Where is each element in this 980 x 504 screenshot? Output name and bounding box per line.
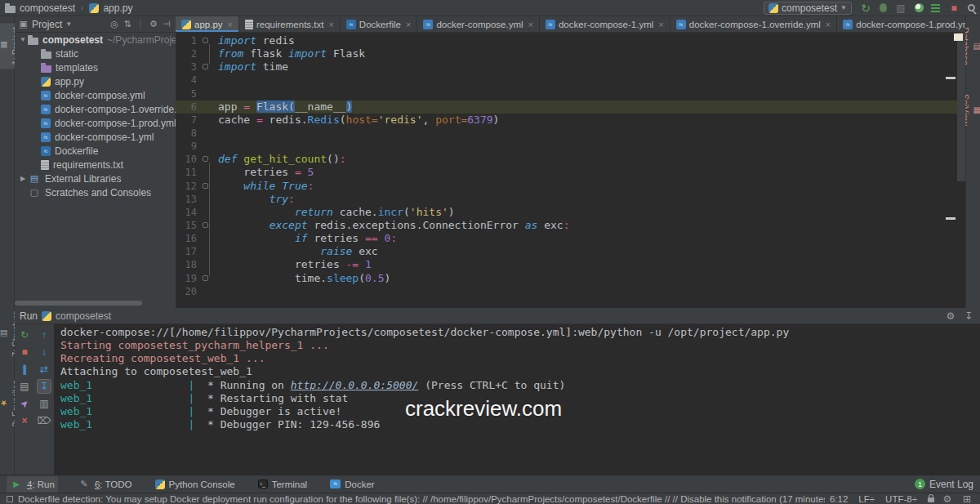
show-console-icon[interactable]: ▤ — [17, 379, 32, 394]
editor-tab-docker-compose-1.override.yml[interactable]: docker-compose-1.override.yml× — [670, 16, 838, 32]
line-number[interactable]: 19 — [176, 272, 200, 285]
editor-tab-docker-compose-1.yml[interactable]: docker-compose-1.yml× — [540, 16, 670, 32]
line-number[interactable]: 18 — [176, 258, 200, 271]
tree-item[interactable]: templates — [15, 60, 176, 74]
tool-window-button-PythonConsole[interactable]: Python Console — [152, 478, 238, 491]
reader-mode-icon[interactable]: ⊞ — [960, 493, 973, 504]
code-line[interactable]: 18 retries -= 1 — [176, 258, 965, 271]
strip-tab-7Structure[interactable]: ▤7: Structure — [0, 306, 15, 361]
code-line[interactable]: 11 retries = 5 — [176, 166, 965, 179]
line-number[interactable]: 4 — [176, 74, 200, 87]
line-number[interactable]: 8 — [176, 127, 200, 140]
notification-icon[interactable] — [7, 496, 13, 502]
close-icon[interactable]: × — [17, 413, 32, 428]
tool-window-button-Run[interactable]: 4: Run — [7, 476, 58, 493]
editor-tab-requirements.txt[interactable]: requirements.txt× — [239, 16, 341, 32]
editor-tab-docker-compose.yml[interactable]: docker-compose.yml× — [417, 16, 540, 32]
fold-marker-icon[interactable] — [203, 156, 208, 162]
chevron-down-icon[interactable]: ▼ — [65, 20, 72, 28]
hide-icon[interactable]: ⊣ — [161, 18, 172, 31]
tab-close-icon[interactable]: × — [406, 20, 411, 29]
tool-window-button-Terminal[interactable]: Terminal — [255, 478, 310, 491]
chevron-right-icon[interactable]: ▶ — [18, 175, 28, 182]
stop-icon[interactable]: ■ — [947, 2, 960, 15]
line-separator-widget[interactable]: LF÷ — [858, 494, 875, 504]
code-line[interactable]: 16 if retries == 0: — [176, 232, 965, 245]
editor-tab-app.py[interactable]: app.py× — [176, 16, 239, 32]
status-message[interactable]: Dockerfile detection: You may setup Dock… — [18, 494, 825, 504]
print-icon[interactable]: ▥ — [37, 396, 51, 411]
tab-close-icon[interactable]: × — [658, 20, 663, 29]
run-console[interactable]: docker-compose://[/home/filippov/Pycharm… — [54, 324, 980, 475]
fold-marker-icon[interactable] — [203, 183, 208, 189]
line-number[interactable]: 7 — [176, 114, 200, 127]
line-number[interactable]: 13 — [176, 193, 200, 206]
encoding-widget[interactable]: UTF-8÷ — [885, 494, 917, 504]
event-log[interactable]: 1 Event Log — [915, 479, 973, 490]
search-everywhere-icon[interactable] — [968, 4, 975, 11]
scrollbar-marker[interactable] — [946, 217, 956, 220]
tree-item[interactable]: Dockerfile — [15, 144, 176, 158]
fold-marker-icon[interactable] — [203, 275, 208, 281]
tab-close-icon[interactable]: × — [228, 20, 233, 29]
scroll-to-end-icon[interactable]: ↧ — [37, 379, 51, 394]
line-number[interactable]: 1 — [176, 34, 200, 47]
code-line[interactable]: 5 — [176, 87, 965, 100]
strip-tab-2Favorites[interactable]: ★2: Favorites — [0, 376, 15, 430]
clear-all-icon[interactable]: ⌦ — [37, 413, 51, 428]
code-line[interactable]: 7cache = redis.Redis(host='redis', port=… — [176, 114, 965, 127]
code-line[interactable]: 19 time.sleep(0.5) — [176, 272, 965, 285]
tree-item[interactable]: requirements.txt — [15, 158, 176, 172]
line-number[interactable]: 2 — [176, 47, 200, 60]
tree-item[interactable]: docker-compose.yml — [15, 88, 176, 102]
fold-marker-icon[interactable] — [203, 222, 208, 228]
hide-icon[interactable]: ↧ — [962, 310, 975, 323]
concurrency-diagram-icon[interactable] — [931, 3, 940, 12]
code-line[interactable]: 9 — [176, 140, 965, 153]
code-area[interactable]: 1import redis2from flask import Flask3im… — [176, 33, 965, 298]
project-hscrollbar[interactable] — [15, 301, 142, 306]
tab-close-icon[interactable]: × — [826, 20, 831, 29]
line-number[interactable]: 16 — [176, 232, 200, 245]
line-number[interactable]: 3 — [176, 60, 200, 74]
rerun-icon[interactable]: ↻ — [859, 2, 872, 15]
scrollbar-marker[interactable] — [946, 77, 956, 79]
profiler-icon[interactable] — [915, 3, 924, 12]
line-number[interactable]: 6 — [176, 100, 200, 114]
tree-item[interactable]: docker-compose-1.override.yml — [15, 102, 176, 116]
tree-item[interactable]: docker-compose-1.prod.yml — [15, 116, 176, 130]
line-number[interactable]: 5 — [176, 87, 200, 100]
line-number[interactable]: 15 — [176, 219, 200, 232]
settings-icon[interactable]: ⚙ — [944, 310, 957, 323]
code-editor[interactable]: 1import redis2from flask import Flask3im… — [176, 33, 965, 308]
strip-tab-SciView[interactable]: ▦SciView — [966, 90, 980, 130]
stop-icon[interactable]: ■ — [17, 345, 32, 359]
error-stripe-marker[interactable] — [954, 33, 963, 41]
caret-position[interactable]: 6:12 — [830, 494, 848, 504]
code-line[interactable]: 4 — [176, 74, 965, 87]
code-line[interactable]: 1import redis — [176, 34, 965, 47]
tree-item[interactable]: app.py — [15, 74, 176, 88]
strip-tab-Database[interactable]: ▤Database — [966, 23, 980, 69]
locate-icon[interactable]: ◎ — [109, 18, 120, 31]
line-number[interactable]: 20 — [176, 285, 200, 298]
tree-item[interactable]: docker-compose-1.yml — [15, 130, 176, 144]
code-line[interactable]: 3import time — [176, 60, 965, 74]
line-number[interactable]: 17 — [176, 245, 200, 258]
fold-marker-icon[interactable] — [203, 38, 208, 43]
code-line[interactable]: 14 return cache.incr('hits') — [176, 206, 965, 219]
strip-tab-1Project[interactable]: ▦1: Project — [0, 23, 15, 69]
rerun-icon[interactable]: ↻ — [17, 328, 32, 342]
editor-tab-Dockerfile[interactable]: Dockerfile× — [341, 16, 418, 32]
code-line[interactable]: 17 raise exc — [176, 245, 965, 258]
line-number[interactable]: 14 — [176, 206, 200, 219]
debug-icon[interactable] — [880, 3, 887, 12]
tree-item[interactable]: ▼composetest~/PycharmProjects/co — [15, 33, 176, 47]
breadcrumb-file[interactable]: app.py — [103, 2, 132, 14]
tab-close-icon[interactable]: × — [528, 20, 533, 29]
run-with-coverage-icon[interactable]: ▧ — [894, 2, 907, 15]
pause-output-icon[interactable]: ∥ — [17, 362, 32, 377]
tree-item[interactable]: ▶External Libraries — [15, 172, 176, 185]
fold-marker-icon[interactable] — [203, 64, 208, 69]
code-line[interactable]: 8 — [176, 127, 965, 140]
